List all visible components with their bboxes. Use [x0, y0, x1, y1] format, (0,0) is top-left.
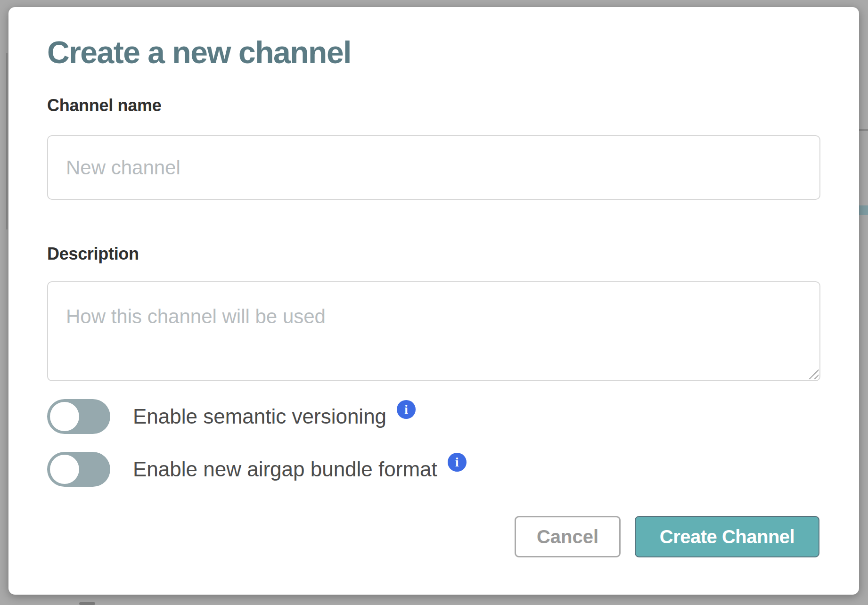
background-divider-fragment — [859, 129, 868, 131]
airgap-bundle-label: Enable new airgap bundle format — [133, 458, 437, 481]
description-label: Description — [47, 244, 139, 264]
create-channel-button[interactable]: Create Channel — [635, 516, 819, 557]
cancel-button[interactable]: Cancel — [515, 516, 621, 557]
dimmed-backdrop: e e a l t- s Create a new channel Channe… — [0, 0, 868, 605]
modal-footer: Cancel Create Channel — [515, 516, 819, 557]
semantic-versioning-toggle[interactable] — [47, 399, 110, 434]
toggle-knob — [50, 455, 79, 484]
channel-name-input[interactable] — [47, 135, 820, 200]
modal-title: Create a new channel — [47, 34, 351, 70]
background-fragment — [79, 602, 95, 605]
description-textarea[interactable] — [47, 281, 820, 381]
info-icon[interactable] — [397, 400, 416, 419]
info-icon[interactable] — [448, 453, 467, 472]
semantic-versioning-label: Enable semantic versioning — [133, 405, 386, 428]
background-page-edge — [6, 53, 8, 229]
create-channel-modal: Create a new channel Channel name Descri… — [8, 7, 859, 595]
channel-name-label: Channel name — [47, 96, 161, 115]
background-teal-fragment — [859, 205, 868, 215]
toggle-knob — [50, 402, 79, 431]
airgap-bundle-toggle[interactable] — [47, 452, 110, 487]
